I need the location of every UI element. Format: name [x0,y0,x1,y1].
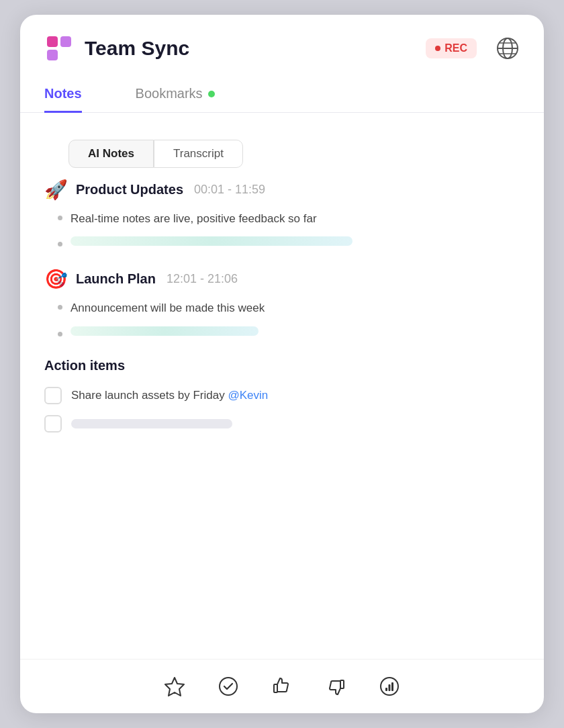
action-items-list: Share launch assets by Friday @Kevin [44,387,520,433]
checkbox-2[interactable] [44,415,62,433]
bullet-list-1: Real-time notes are live, positive feedb… [44,210,520,247]
bookmarks-dot [208,91,215,97]
skeleton-line-2 [70,326,258,336]
section-emoji-2: 🎯 [44,268,68,290]
bullet-item-2-1: Announcement will be made this week [58,300,520,317]
tab-notes[interactable]: Notes [44,77,82,113]
section-header-2: 🎯 Launch Plan 12:01 - 21:06 [44,268,520,290]
globe-icon[interactable] [496,36,520,60]
mention-kevin: @Kevin [228,389,268,402]
sub-tab-transcript[interactable]: Transcript [154,140,243,168]
action-items-title: Action items [44,358,520,373]
action-item-2 [44,415,520,433]
checkbox-1[interactable] [44,387,62,404]
rec-badge: REC [426,38,477,58]
header: Team Sync REC [20,15,544,77]
skeleton-line-1 [70,236,352,246]
svg-rect-11 [340,680,344,688]
bullet-dot [58,332,62,336]
content-area: AI Notes Transcript 🚀 Product Updates 00… [20,113,544,659]
bottom-toolbar [20,659,544,713]
section-time-1: 00:01 - 11:59 [194,183,265,197]
bar-chart-icon[interactable] [379,676,400,697]
action-item-1: Share launch assets by Friday @Kevin [44,387,520,404]
rec-dot [435,46,440,51]
svg-marker-8 [165,678,184,696]
main-tabs: Notes Bookmarks [20,77,544,113]
action-items-section: Action items Share launch assets by Frid… [44,358,520,433]
thumbs-down-icon[interactable] [325,676,346,697]
section-launch-plan: 🎯 Launch Plan 12:01 - 21:06 Announcement… [44,268,520,336]
svg-rect-14 [389,684,391,691]
svg-rect-15 [391,682,393,691]
section-header-1: 🚀 Product Updates 00:01 - 11:59 [44,179,520,201]
tab-bookmarks[interactable]: Bookmarks [136,77,215,113]
svg-rect-13 [385,688,387,691]
app-logo [44,34,74,63]
sub-tab-ai-notes[interactable]: AI Notes [68,140,154,168]
section-emoji-1: 🚀 [44,179,68,201]
section-title-1: Product Updates [76,182,183,197]
app-title: Team Sync [85,37,415,60]
section-title-2: Launch Plan [76,271,156,287]
check-circle-icon[interactable] [218,676,239,697]
star-icon[interactable] [164,676,185,697]
bullet-text-2-1: Announcement will be made this week [70,300,265,317]
bullet-item-1-2 [58,236,520,246]
bullet-item-2-2 [58,326,520,336]
svg-rect-0 [47,36,58,47]
action-text-1: Share launch assets by Friday @Kevin [71,389,268,402]
svg-point-9 [220,678,237,695]
svg-rect-2 [47,50,58,60]
bullet-dot [58,242,62,246]
bullet-list-2: Announcement will be made this week [44,300,520,336]
thumbs-up-icon[interactable] [271,676,293,697]
skeleton-action-1 [71,419,232,428]
bullet-text-1-1: Real-time notes are live, positive feedb… [70,210,317,228]
svg-rect-10 [274,684,277,692]
bullet-dot [58,305,62,310]
bullet-dot [58,216,62,220]
svg-rect-1 [60,36,71,47]
section-product-updates: 🚀 Product Updates 00:01 - 11:59 Real-tim… [44,179,520,247]
sub-tabs: AI Notes Transcript [44,124,520,179]
main-card: Team Sync REC Notes Bookmarks AI Notes [20,15,544,713]
rec-label: REC [444,42,467,54]
section-time-2: 12:01 - 21:06 [167,272,238,286]
bullet-item-1-1: Real-time notes are live, positive feedb… [58,210,520,228]
